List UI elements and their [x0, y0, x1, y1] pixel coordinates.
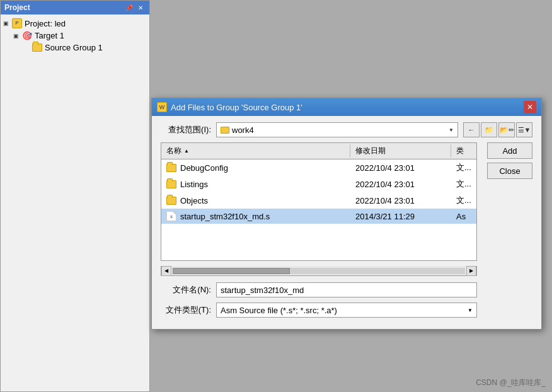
col-name-header[interactable]: 名称 ▲ — [161, 144, 350, 158]
project-title: Project — [4, 3, 30, 12]
dialog-title: Add Files to Group 'Source Group 1' — [171, 103, 302, 112]
scroll-right-button[interactable]: ▶ — [466, 266, 476, 276]
file-list-wrapper: 名称 ▲ 修改日期 类 — [161, 142, 477, 323]
target-icon: 🎯 — [22, 31, 32, 40]
project-titlebar: Project 📌 ✕ — [1, 1, 149, 14]
folder-icon-debugconfig — [166, 164, 176, 172]
dialog-body: 查找范围(I): work4 ▼ ← 📁 📂✏ ☰▼ — [152, 116, 541, 329]
add-button[interactable]: Add — [487, 142, 532, 159]
close-button[interactable]: Close — [487, 163, 532, 179]
action-buttons: Add Close — [487, 142, 532, 179]
look-in-row: 查找范围(I): work4 ▼ ← 📁 📂✏ ☰▼ — [161, 122, 532, 137]
filename-row: 文件名(N): — [161, 282, 477, 297]
file-list-container: 名称 ▲ 修改日期 类 — [161, 142, 477, 261]
filetype-row: 文件类型(T): Asm Source file (*.s*; *.src; *… — [161, 303, 477, 318]
view-button[interactable]: ☰▼ — [516, 122, 532, 137]
scroll-track[interactable] — [173, 268, 465, 274]
col-type-header[interactable]: 类 — [451, 144, 476, 158]
file-list-header: 名称 ▲ 修改日期 类 — [161, 143, 476, 159]
horizontal-scrollbar[interactable]: ◀ ▶ — [161, 266, 477, 276]
asm-file-icon: s — [166, 211, 176, 221]
tree-item-source-group[interactable]: Source Group 1 — [1, 42, 149, 54]
filetype-select[interactable]: Asm Source file (*.s*; *.src; *.a*) ▼ — [216, 303, 477, 318]
file-section: 名称 ▲ 修改日期 类 — [161, 142, 532, 323]
toolbar-icons: ← 📁 📂✏ ☰▼ — [463, 122, 532, 137]
project-label: Project: led — [25, 19, 66, 28]
pin-button[interactable]: 📌 — [124, 3, 134, 13]
file-row-startup[interactable]: s startup_stm32f10x_md.s 2014/3/21 11:29… — [161, 209, 476, 224]
scroll-left-button[interactable]: ◀ — [161, 266, 171, 276]
file-row-debugconfig[interactable]: DebugConfig 2022/10/4 23:01 文... — [161, 159, 476, 176]
expand-arrow-target: ▣ — [13, 33, 20, 39]
expand-arrow-project: ▣ — [3, 20, 9, 26]
watermark: CSDN @_哇库哇库_ — [476, 378, 546, 388]
filename-label: 文件名(N): — [161, 284, 211, 296]
scroll-thumb[interactable] — [173, 268, 290, 274]
tree-item-project[interactable]: ▣ P Project: led — [1, 17, 149, 30]
close-panel-button[interactable]: ✕ — [135, 3, 146, 13]
folder-icon-listings — [166, 180, 176, 188]
tree-item-target[interactable]: ▣ 🎯 Target 1 — [1, 30, 149, 42]
filetype-value: Asm Source file (*.s*; *.src; *.a*) — [221, 306, 468, 315]
file-row-listings[interactable]: Listings 2022/10/4 23:01 文... — [161, 176, 476, 192]
filetype-arrow: ▼ — [468, 308, 473, 313]
folder-icon — [32, 43, 42, 52]
dialog-close-button[interactable]: ✕ — [524, 101, 536, 113]
back-button[interactable]: ← — [463, 122, 480, 137]
filetype-label: 文件类型(T): — [161, 304, 211, 316]
sort-arrow: ▲ — [184, 148, 189, 154]
add-files-dialog: W Add Files to Group 'Source Group 1' ✕ … — [151, 98, 542, 330]
look-in-folder-icon — [221, 127, 229, 134]
project-tree: ▣ P Project: led ▣ 🎯 Target 1 Source Gro… — [1, 14, 149, 56]
filename-input[interactable] — [216, 282, 477, 297]
target-label: Target 1 — [35, 31, 64, 40]
project-icon: P — [12, 18, 22, 28]
new-folder-button[interactable]: 📁 — [481, 122, 497, 137]
project-panel: Project 📌 ✕ ▣ P Project: led ▣ 🎯 Target … — [0, 0, 150, 392]
source-group-label: Source Group 1 — [45, 43, 103, 52]
folder-up-button[interactable]: 📂✏ — [498, 122, 515, 137]
look-in-dropdown[interactable]: work4 ▼ — [216, 122, 458, 137]
dialog-titlebar: W Add Files to Group 'Source Group 1' ✕ — [152, 98, 541, 116]
look-in-label: 查找范围(I): — [161, 124, 211, 135]
file-row-objects[interactable]: Objects 2022/10/4 23:01 文... — [161, 192, 476, 209]
look-in-value: work4 — [232, 125, 254, 135]
look-in-arrow: ▼ — [449, 127, 454, 133]
col-date-header[interactable]: 修改日期 — [350, 144, 451, 158]
folder-icon-objects — [166, 197, 176, 205]
file-list-rows[interactable]: DebugConfig 2022/10/4 23:01 文... Listing… — [161, 159, 476, 260]
dialog-title-icon: W — [157, 102, 167, 112]
